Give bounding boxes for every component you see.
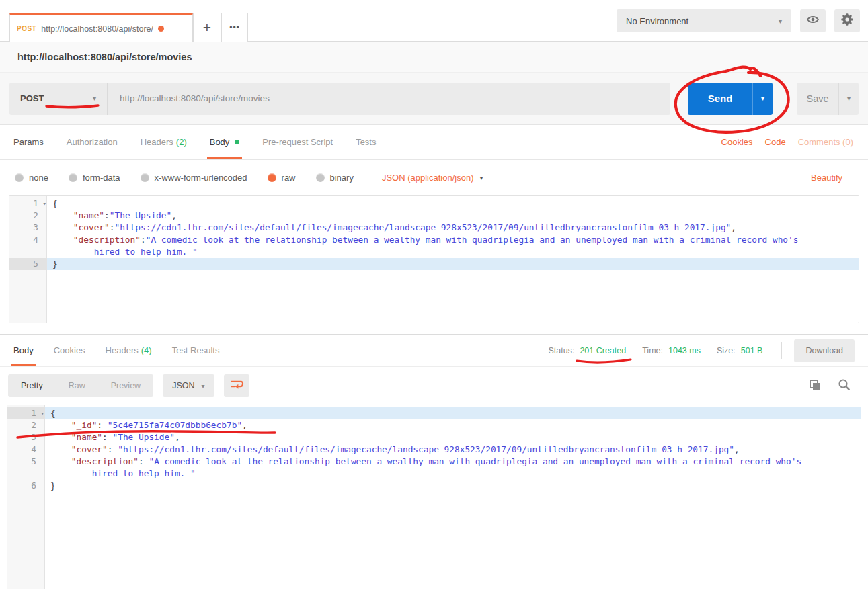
body-mode-x-www-form-urlencoded[interactable]: x-www-form-urlencoded bbox=[141, 173, 247, 183]
code-row: hired to help him. " bbox=[9, 246, 859, 258]
method-select[interactable]: POST ▾ bbox=[9, 83, 108, 115]
caret-down-icon: ▾ bbox=[479, 174, 483, 181]
unsaved-changes-dot-icon bbox=[158, 26, 164, 32]
request-tab-params[interactable]: Params bbox=[13, 125, 44, 159]
save-button[interactable]: Save bbox=[797, 83, 838, 115]
divider bbox=[781, 342, 782, 359]
tab-method-badge: POST bbox=[17, 25, 36, 32]
view-mode-raw[interactable]: Raw bbox=[56, 374, 98, 397]
caret-down-icon: ▾ bbox=[761, 95, 764, 102]
settings-button[interactable] bbox=[834, 9, 860, 32]
send-split-button: Send ▾ bbox=[688, 83, 773, 115]
response-tools bbox=[810, 378, 860, 394]
time-label: Time: bbox=[642, 346, 663, 355]
code-row: 3 "cover":"https://cdn1.thr.com/sites/de… bbox=[9, 222, 859, 234]
code-row: 5 "description": "A comedic look at the … bbox=[7, 456, 861, 468]
caret-down-icon: ▾ bbox=[779, 17, 782, 25]
response-body-editor[interactable]: 1▾{2 "_id": "5c4e715fa74c07dbbb6ecb7b",3… bbox=[7, 405, 861, 589]
response-tab-headers[interactable]: Headers(4) bbox=[106, 335, 152, 366]
view-mode-switch: PrettyRawPreview bbox=[8, 374, 153, 397]
code-row: 3 "name": "The Upside", bbox=[7, 431, 861, 443]
request-name-bar: http://localhost:8080/api/store/movies bbox=[0, 42, 868, 73]
comments-link[interactable]: Comments (0) bbox=[798, 137, 853, 147]
response-section: BodyCookiesHeaders(4)Test Results Status… bbox=[0, 334, 868, 593]
view-mode-preview[interactable]: Preview bbox=[98, 374, 153, 397]
request-tab-tests[interactable]: Tests bbox=[356, 125, 376, 159]
body-mode-raw[interactable]: raw bbox=[268, 173, 296, 183]
code-row: 4 "description":"A comedic look at the r… bbox=[9, 234, 859, 246]
code-row: 1▾{ bbox=[9, 198, 859, 210]
more-tabs-button[interactable]: ••• bbox=[221, 13, 248, 42]
body-mode-binary[interactable]: binary bbox=[316, 173, 354, 183]
status-label: Status: bbox=[548, 346, 574, 355]
request-tab[interactable]: POST http://localhost:8080/api/store/ bbox=[9, 13, 193, 42]
tab-url-label: http://localhost:8080/api/store/ bbox=[41, 24, 153, 34]
body-mode-form-data[interactable]: form-data bbox=[69, 173, 120, 183]
response-tab-body[interactable]: Body bbox=[13, 335, 34, 366]
wrap-lines-icon bbox=[229, 378, 244, 394]
response-format-select[interactable]: JSON ▾ bbox=[163, 374, 214, 397]
size-value: 501 B bbox=[741, 346, 763, 355]
topbar-right: No Environment ▾ bbox=[617, 0, 868, 42]
radio-icon bbox=[69, 173, 77, 182]
response-toolbar: PrettyRawPreview JSON ▾ bbox=[0, 367, 868, 405]
wrap-lines-button[interactable] bbox=[224, 374, 249, 397]
content-type-label: JSON (application/json) bbox=[382, 173, 474, 183]
method-label: POST bbox=[20, 93, 44, 103]
caret-down-icon: ▾ bbox=[201, 382, 204, 390]
response-tab-test-results[interactable]: Test Results bbox=[172, 335, 220, 366]
page-bottom-border bbox=[0, 589, 868, 593]
send-button[interactable]: Send bbox=[688, 83, 752, 115]
caret-down-icon: ▾ bbox=[93, 95, 96, 102]
radio-icon bbox=[316, 173, 325, 182]
time-value: 1043 ms bbox=[668, 346, 701, 355]
save-options-button[interactable]: ▾ bbox=[838, 83, 859, 115]
fold-caret-icon[interactable]: ▾ bbox=[43, 198, 46, 210]
send-options-button[interactable]: ▾ bbox=[752, 83, 773, 115]
copy-icon[interactable] bbox=[810, 380, 822, 392]
body-set-dot-icon bbox=[235, 140, 239, 144]
environment-quicklook-button[interactable] bbox=[800, 9, 826, 32]
request-tab-headers[interactable]: Headers(2) bbox=[141, 125, 187, 159]
format-label: JSON bbox=[172, 381, 194, 390]
body-mode-none[interactable]: none bbox=[15, 173, 48, 183]
response-status-group: Status: 201 Created Time: 1043 ms Size: … bbox=[548, 335, 855, 366]
code-row: hired to help him. " bbox=[7, 468, 861, 480]
request-links: Cookies Code Comments (0) bbox=[721, 125, 855, 159]
cookies-link[interactable]: Cookies bbox=[721, 137, 753, 147]
code-link[interactable]: Code bbox=[765, 137, 786, 147]
radio-icon bbox=[141, 173, 149, 182]
code-row: 1▾{ bbox=[7, 407, 861, 419]
request-tab-body[interactable]: Body bbox=[210, 125, 240, 159]
search-icon[interactable] bbox=[838, 378, 851, 394]
environment-label: No Environment bbox=[626, 16, 688, 26]
environment-selector[interactable]: No Environment ▾ bbox=[617, 9, 791, 32]
url-input[interactable]: http://localhost:8080/api/store/movies bbox=[108, 83, 670, 115]
request-tab-authorization[interactable]: Authorization bbox=[67, 125, 118, 159]
save-split-button: Save ▾ bbox=[797, 83, 859, 115]
request-tab-pre-request-script[interactable]: Pre-request Script bbox=[262, 125, 333, 159]
code-row: 5} bbox=[9, 258, 859, 270]
topbar: POST http://localhost:8080/api/store/ + … bbox=[0, 0, 868, 42]
eye-icon bbox=[806, 14, 820, 28]
fold-caret-icon[interactable]: ▾ bbox=[41, 407, 44, 419]
url-builder-row: POST ▾ http://localhost:8080/api/store/m… bbox=[0, 73, 868, 125]
gear-icon bbox=[840, 12, 855, 30]
code-row: 2 "_id": "5c4e715fa74c07dbbb6ecb7b", bbox=[7, 419, 861, 431]
request-title: http://localhost:8080/api/store/movies bbox=[17, 52, 192, 62]
size-label: Size: bbox=[717, 346, 736, 355]
radio-icon bbox=[15, 173, 24, 182]
request-body-editor[interactable]: 1▾{2 "name":"The Upside",3 "cover":"http… bbox=[9, 195, 859, 323]
view-mode-pretty[interactable]: Pretty bbox=[8, 374, 56, 397]
response-tab-cookies[interactable]: Cookies bbox=[54, 335, 85, 366]
beautify-link[interactable]: Beautify bbox=[811, 173, 853, 183]
status-value: 201 Created bbox=[580, 346, 626, 355]
body-mode-row: noneform-datax-www-form-urlencodedrawbin… bbox=[0, 160, 868, 195]
request-tabs-row: ParamsAuthorizationHeaders(2)BodyPre-req… bbox=[0, 125, 868, 160]
new-tab-button[interactable]: + bbox=[193, 13, 221, 42]
content-type-select[interactable]: JSON (application/json) ▾ bbox=[382, 173, 483, 183]
postman-app: POST http://localhost:8080/api/store/ + … bbox=[0, 0, 868, 594]
code-row: 4 "cover": "https://cdn1.thr.com/sites/d… bbox=[7, 443, 861, 456]
download-button[interactable]: Download bbox=[794, 339, 855, 362]
code-row: 2 "name":"The Upside", bbox=[9, 210, 859, 222]
